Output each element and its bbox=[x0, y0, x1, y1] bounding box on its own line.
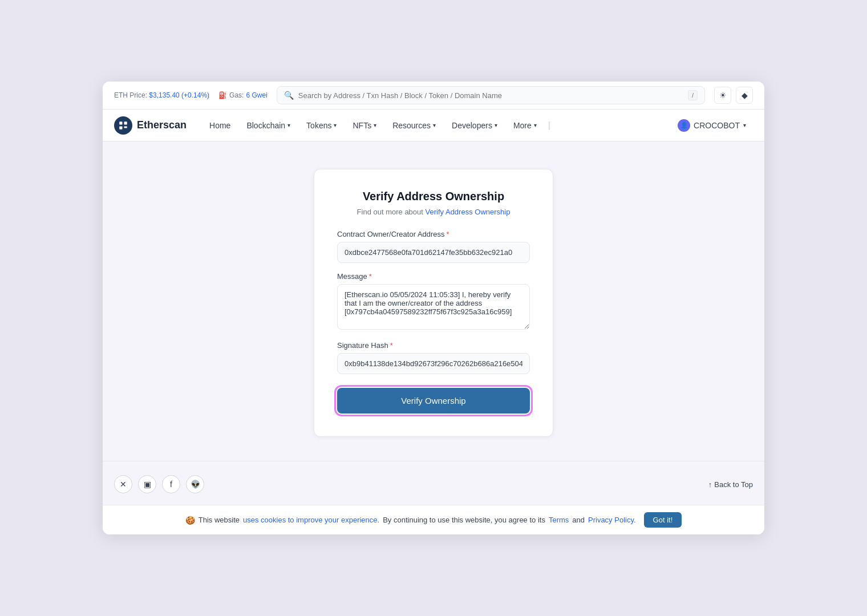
contract-address-group: Contract Owner/Creator Address * bbox=[337, 230, 530, 263]
nav-more[interactable]: More ▾ bbox=[507, 116, 544, 135]
message-label: Message * bbox=[337, 272, 530, 281]
nav-bar: Etherscan Home Blockchain ▾ Tokens ▾ NFT… bbox=[103, 110, 764, 141]
developers-chevron-icon: ▾ bbox=[495, 122, 497, 128]
nav-developers-label: Developers bbox=[452, 121, 492, 130]
nav-blockchain[interactable]: Blockchain ▾ bbox=[240, 116, 297, 135]
message-group: Message * [Etherscan.io 05/05/2024 11:05… bbox=[337, 272, 530, 332]
cookie-middle-text: By continuing to use this website, you a… bbox=[383, 516, 545, 524]
message-required-star: * bbox=[369, 272, 372, 281]
gas-label: Gas: bbox=[229, 91, 244, 99]
card-title: Verify Address Ownership bbox=[337, 190, 530, 203]
cookie-privacy-link[interactable]: Privacy Policy. bbox=[588, 516, 636, 524]
nav-developers[interactable]: Developers ▾ bbox=[445, 116, 504, 135]
search-icon: 🔍 bbox=[284, 91, 294, 100]
eth-price: ETH Price: $3,135.40 (+0.14%) bbox=[114, 91, 209, 99]
medium-icon-btn[interactable]: ▣ bbox=[138, 475, 156, 493]
gas-value[interactable]: 6 Gwei bbox=[246, 91, 267, 99]
user-name-label: CROCOBOT bbox=[694, 121, 740, 130]
facebook-icon-btn[interactable]: f bbox=[162, 475, 180, 493]
search-bar: 🔍 / bbox=[277, 86, 705, 104]
signature-input[interactable] bbox=[337, 353, 530, 374]
cookie-text: This website bbox=[198, 516, 240, 524]
logo-icon bbox=[114, 116, 132, 135]
signature-label: Signature Hash * bbox=[337, 341, 530, 350]
cookie-terms-link[interactable]: Terms bbox=[549, 516, 569, 524]
main-content: Verify Address Ownership Find out more a… bbox=[103, 141, 764, 461]
nav-blockchain-label: Blockchain bbox=[246, 121, 285, 130]
user-avatar: 👤 bbox=[678, 119, 690, 132]
twitter-icon-btn[interactable]: ✕ bbox=[114, 475, 132, 493]
social-icons: ✕ ▣ f 👽 bbox=[114, 475, 204, 493]
cookie-banner: 🍪 This website uses cookies to improve y… bbox=[103, 505, 764, 534]
eth-icon-btn[interactable]: ◆ bbox=[736, 87, 753, 104]
signature-label-text: Signature Hash bbox=[337, 341, 388, 350]
top-bar: ETH Price: $3,135.40 (+0.14%) ⛽ Gas: 6 G… bbox=[103, 82, 764, 110]
cookie-and-text: and bbox=[572, 516, 585, 524]
top-icons: ☀ ◆ bbox=[714, 87, 753, 104]
nav-nfts[interactable]: NFTs ▾ bbox=[346, 116, 383, 135]
nav-tokens-label: Tokens bbox=[306, 121, 331, 130]
gas-price: ⛽ Gas: 6 Gwei bbox=[218, 91, 268, 99]
nav-nfts-label: NFTs bbox=[353, 121, 371, 130]
card-subtitle-link[interactable]: Verify Address Ownership bbox=[426, 208, 511, 216]
nfts-chevron-icon: ▾ bbox=[374, 122, 376, 128]
verify-ownership-button[interactable]: Verify Ownership bbox=[337, 388, 530, 414]
reddit-icon-btn[interactable]: 👽 bbox=[186, 475, 204, 493]
card-subtitle: Find out more about Verify Address Owner… bbox=[337, 208, 530, 216]
message-textarea[interactable]: [Etherscan.io 05/05/2024 11:05:33] I, he… bbox=[337, 284, 530, 330]
nav-resources-label: Resources bbox=[392, 121, 431, 130]
tokens-chevron-icon: ▾ bbox=[334, 122, 337, 128]
verify-card: Verify Address Ownership Find out more a… bbox=[314, 169, 553, 437]
eth-price-label: ETH Price: bbox=[114, 91, 147, 99]
contract-address-input[interactable] bbox=[337, 242, 530, 263]
nav-home[interactable]: Home bbox=[202, 116, 237, 135]
contract-required-star: * bbox=[447, 230, 449, 238]
card-subtitle-text: Find out more about bbox=[357, 208, 423, 216]
signature-required-star: * bbox=[390, 341, 393, 350]
search-shortcut: / bbox=[688, 90, 698, 100]
user-menu-btn[interactable]: 👤 CROCOBOT ▾ bbox=[671, 116, 753, 135]
cookie-icon: 🍪 bbox=[185, 516, 195, 525]
search-input[interactable] bbox=[298, 91, 683, 100]
blockchain-chevron-icon: ▾ bbox=[287, 122, 290, 128]
signature-group: Signature Hash * bbox=[337, 341, 530, 374]
footer: ✕ ▣ f 👽 ↑ Back to Top bbox=[103, 461, 764, 505]
contract-label: Contract Owner/Creator Address * bbox=[337, 230, 530, 238]
logo-link[interactable]: Etherscan bbox=[114, 116, 187, 135]
svg-rect-3 bbox=[124, 126, 127, 128]
message-label-text: Message bbox=[337, 272, 367, 281]
got-it-button[interactable]: Got it! bbox=[644, 512, 682, 528]
svg-rect-0 bbox=[119, 121, 122, 124]
nav-separator: | bbox=[546, 120, 553, 131]
back-to-top-btn[interactable]: ↑ Back to Top bbox=[708, 480, 753, 489]
svg-rect-2 bbox=[119, 126, 122, 129]
user-nav: 👤 CROCOBOT ▾ bbox=[671, 116, 753, 135]
logo-text: Etherscan bbox=[137, 119, 187, 131]
back-to-top-label: Back to Top bbox=[714, 480, 753, 489]
back-to-top-arrow-icon: ↑ bbox=[708, 480, 712, 489]
theme-toggle-btn[interactable]: ☀ bbox=[714, 87, 731, 104]
cookie-link1[interactable]: uses cookies to improve your experience. bbox=[243, 516, 379, 524]
nav-resources[interactable]: Resources ▾ bbox=[386, 116, 443, 135]
nav-tokens[interactable]: Tokens ▾ bbox=[299, 116, 343, 135]
contract-label-text: Contract Owner/Creator Address bbox=[337, 230, 445, 238]
resources-chevron-icon: ▾ bbox=[433, 122, 436, 128]
user-chevron-icon: ▾ bbox=[743, 122, 746, 128]
eth-price-value[interactable]: $3,135.40 (+0.14%) bbox=[149, 91, 209, 99]
svg-rect-1 bbox=[124, 121, 127, 124]
nav-more-label: More bbox=[513, 121, 532, 130]
more-chevron-icon: ▾ bbox=[534, 122, 537, 128]
